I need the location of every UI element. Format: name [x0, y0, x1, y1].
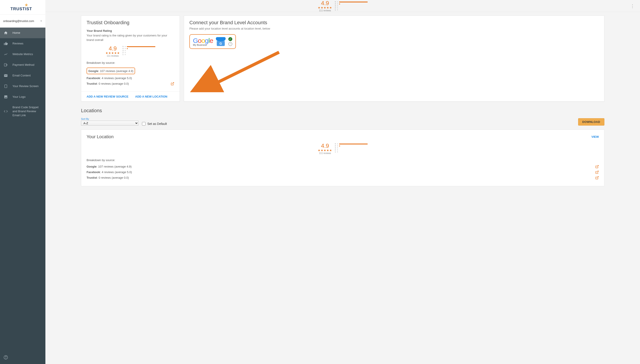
- stars-icon: ★★★★★: [318, 149, 332, 152]
- topbar: 4.9 ★★★★★ 111 reviews 5★ 4★ 3★ 2★ 1★ ⋮: [45, 0, 640, 12]
- rating-value: 4.9: [318, 0, 332, 6]
- connect-card: Connect your Brand Level Accounts Please…: [184, 16, 604, 102]
- checkbox-label: Set as Default: [147, 122, 167, 126]
- google-wordmark-icon: Google: [193, 37, 213, 44]
- main-content: 4.9 ★★★★★ 111 reviews 5★ 4★ 3★ 2★ 1★ ⋮ T: [45, 0, 640, 364]
- sort-select[interactable]: A-Z: [81, 121, 138, 126]
- account-dropdown[interactable]: onboarding@trustist.com ▼: [0, 14, 45, 28]
- sidebar-item-home[interactable]: Home: [0, 28, 45, 38]
- source-row: Facebook: 4 reviews (average 5.0): [87, 76, 174, 80]
- source-row: Google: 107 reviews (average 4.9): [87, 165, 599, 168]
- locations-heading: Locations: [81, 108, 604, 114]
- onboarding-card: Trustist Onboarding Your Brand Rating Yo…: [81, 16, 180, 102]
- onboarding-title: Trustist Onboarding: [87, 20, 174, 26]
- home-icon: [4, 31, 8, 35]
- add-source-button[interactable]: ADD A NEW REVIEW SOURCE: [87, 95, 128, 98]
- brand-rating-desc: Your brand rating is the rating given by…: [87, 33, 174, 42]
- source-row: Trustist: 0 reviews (average 0.0): [87, 82, 174, 85]
- help-icon[interactable]: [4, 355, 8, 360]
- source-row: Facebook: 4 reviews (average 5.0): [87, 170, 599, 174]
- checkmark-icon: ✓: [228, 37, 232, 41]
- svg-line-10: [597, 171, 598, 172]
- svg-line-9: [597, 165, 598, 167]
- stars-icon: ★★★★★: [105, 51, 120, 55]
- sidebar-nav: Home Reviews Website Metrics Payment Met…: [0, 28, 45, 364]
- download-button[interactable]: DOWNLOAD: [578, 118, 604, 126]
- rating-value: 4.9: [318, 143, 332, 149]
- sidebar-item-label: Reviews: [13, 42, 23, 46]
- source-rest: : 0 reviews (average 0.0): [97, 176, 129, 179]
- add-location-button[interactable]: ADD A NEW LOCATION: [135, 95, 167, 98]
- sidebar-item-reviews[interactable]: Reviews: [0, 38, 45, 49]
- review-count: 111 reviews: [318, 9, 332, 12]
- card-actions: ADD A NEW REVIEW SOURCE ADD A NEW LOCATI…: [81, 92, 179, 101]
- source-row: Trustist: 0 reviews (average 0.0): [87, 176, 599, 179]
- location-card: Your Location VIEW 4.9 ★★★★★ 111 reviews…: [81, 130, 604, 186]
- source-name: Facebook: [87, 170, 100, 174]
- stars-icon: ★★★★★: [318, 6, 332, 9]
- source-name: Trustist: [87, 176, 97, 179]
- topbar-rating: 4.9 ★★★★★ 111 reviews 5★ 4★ 3★ 2★ 1★: [318, 0, 368, 12]
- mail-icon: [4, 73, 8, 78]
- svg-line-11: [597, 176, 598, 178]
- gmb-sublabel: My Business: [193, 44, 207, 46]
- sidebar: TRUSTIST onboarding@trustist.com ▼ Home …: [0, 0, 45, 364]
- source-name: Facebook: [87, 76, 100, 80]
- sidebar-item-label: Email Content: [13, 74, 31, 78]
- sidebar-item-metrics[interactable]: Website Metrics: [0, 49, 45, 60]
- chart-line-icon: [4, 52, 8, 56]
- breakdown-label: Breakdown by source:: [87, 158, 599, 162]
- svg-marker-0: [25, 3, 28, 7]
- svg-point-5: [6, 358, 6, 358]
- gmb-logo: Google My Business: [193, 37, 213, 46]
- tablet-icon: [4, 84, 8, 88]
- brand-rating-block: 4.9 ★★★★★ 111 reviews 5★ 4★ 3★ 2★ 1★: [87, 46, 174, 57]
- kebab-menu-icon[interactable]: ⋮: [630, 3, 635, 9]
- svg-text:TRUSTIST: TRUSTIST: [11, 6, 32, 11]
- review-count: 111 reviews: [318, 152, 332, 154]
- checkbox-input[interactable]: [142, 122, 145, 126]
- set-default-checkbox[interactable]: Set as Default: [142, 122, 167, 126]
- breakdown-label: Breakdown by source:: [87, 61, 174, 64]
- sidebar-item-logo[interactable]: Your Logo: [0, 92, 45, 102]
- source-rest: : 0 reviews (average 0.0): [97, 82, 129, 85]
- sidebar-item-label: Your Logo: [13, 95, 26, 99]
- image-icon: [4, 95, 8, 99]
- open-external-icon[interactable]: [595, 165, 599, 169]
- connect-title: Connect your Brand Level Accounts: [189, 20, 599, 26]
- storefront-icon: G: [216, 37, 226, 46]
- open-external-icon[interactable]: [171, 82, 174, 86]
- content: Trustist Onboarding Your Brand Rating Yo…: [45, 12, 640, 364]
- sidebar-item-review-screen[interactable]: Your Review Screen: [0, 81, 45, 92]
- source-rest: : 107 reviews (average 4.9): [98, 69, 133, 73]
- location-title: Your Location: [87, 134, 114, 139]
- brand-rating-heading: Your Brand Rating: [87, 29, 174, 32]
- sidebar-item-email[interactable]: Email Content: [0, 70, 45, 81]
- sidebar-item-label: Your Review Screen: [13, 84, 39, 88]
- rating-distribution: 5★ 4★ 3★ 2★ 1★: [334, 143, 368, 154]
- source-rest: : 4 reviews (average 5.0): [100, 76, 132, 80]
- open-external-icon[interactable]: [595, 176, 599, 180]
- brand-logo: TRUSTIST: [0, 0, 45, 14]
- rating-distribution: 5★ 4★ 3★ 2★ 1★: [334, 1, 368, 11]
- sidebar-item-snippet[interactable]: Brand Code Snippet and Brand Review Emai…: [0, 102, 45, 121]
- location-rating-block: 4.9 ★★★★★ 111 reviews 5★ 4★ 3★ 2★ 1★: [87, 143, 599, 154]
- view-location-button[interactable]: VIEW: [591, 135, 599, 138]
- svg-line-6: [172, 82, 174, 84]
- open-external-icon[interactable]: [595, 170, 599, 175]
- rating-value: 4.9: [105, 46, 120, 51]
- connect-subtitle: Please add your location level accounts …: [189, 27, 599, 30]
- source-rest: : 4 reviews (average 5.0): [100, 170, 132, 174]
- chevron-down-icon: ▼: [40, 20, 42, 22]
- gmb-status: ✓ ?: [228, 37, 232, 46]
- login-icon: [4, 63, 8, 67]
- review-count: 111 reviews: [105, 55, 120, 57]
- help-icon[interactable]: ?: [228, 42, 232, 46]
- source-name: Google: [88, 69, 98, 73]
- sidebar-item-payment[interactable]: Payment Method: [0, 60, 45, 70]
- sidebar-item-label: Website Metrics: [13, 52, 33, 56]
- source-name: Google: [87, 165, 97, 168]
- sort-row: Sort By A-Z Set as Default DOWNLOAD: [81, 118, 604, 126]
- sort-label: Sort By: [81, 118, 138, 120]
- google-my-business-tile[interactable]: Google My Business G ✓ ?: [189, 34, 236, 49]
